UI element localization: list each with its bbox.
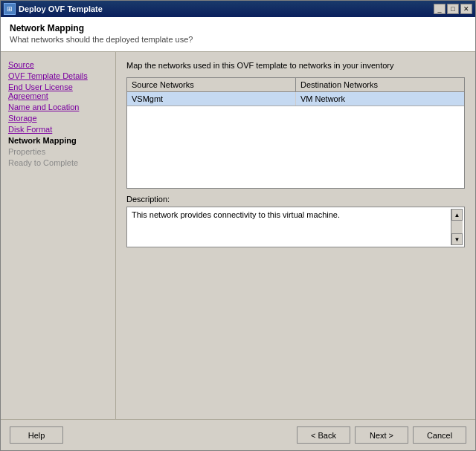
instructions-text: Map the networks used in this OVF templa…: [126, 61, 465, 70]
minimize-button[interactable]: _: [434, 4, 446, 14]
main-window: ⊞ Deploy OVF Template _ □ ✕ Network Mapp…: [0, 0, 476, 451]
sidebar: Source OVF Template Details End User Lic…: [1, 52, 116, 419]
table-header: Source Networks Destination Networks: [127, 78, 464, 92]
scroll-down-button[interactable]: ▼: [451, 233, 463, 245]
col-source-networks: Source Networks: [127, 78, 296, 91]
scroll-up-button[interactable]: ▲: [451, 209, 463, 221]
sidebar-item-source[interactable]: Source: [7, 59, 109, 70]
col-destination-networks: Destination Networks: [296, 78, 464, 91]
footer-left: Help: [10, 426, 63, 444]
sidebar-item-disk-format[interactable]: Disk Format: [7, 124, 109, 134]
footer-right: < Back Next > Cancel: [297, 426, 466, 444]
help-button[interactable]: Help: [10, 426, 63, 444]
source-network-cell: VSMgmt: [127, 92, 296, 106]
sidebar-item-network-mapping: Network Mapping: [7, 135, 109, 146]
table-row[interactable]: VSMgmt VM Network: [127, 92, 464, 106]
network-table: Source Networks Destination Networks VSM…: [126, 77, 465, 189]
sidebar-item-storage[interactable]: Storage: [7, 113, 109, 123]
header-section: Network Mapping What networks should the…: [1, 17, 475, 52]
sidebar-item-ovf-template-details[interactable]: OVF Template Details: [7, 71, 109, 81]
description-box: This network provides connectivity to th…: [126, 207, 465, 247]
back-button[interactable]: < Back: [297, 426, 350, 444]
description-scrollbar[interactable]: ▲ ▼: [451, 209, 463, 245]
window-icon: ⊞: [4, 3, 16, 15]
page-subtitle: What networks should the deployed templa…: [10, 35, 466, 44]
title-bar: ⊞ Deploy OVF Template _ □ ✕: [1, 1, 475, 17]
window-title: Deploy OVF Template: [19, 4, 103, 13]
scroll-track: [451, 221, 463, 233]
title-bar-left: ⊞ Deploy OVF Template: [4, 3, 103, 15]
sidebar-item-ready-to-complete: Ready to Complete: [7, 158, 109, 168]
sidebar-item-name-and-location[interactable]: Name and Location: [7, 102, 109, 112]
maximize-button[interactable]: □: [447, 4, 459, 14]
table-empty-area: [127, 106, 464, 181]
close-button[interactable]: ✕: [460, 4, 472, 14]
main-panel: Map the networks used in this OVF templa…: [116, 52, 475, 419]
footer: Help < Back Next > Cancel: [1, 419, 475, 450]
description-content: This network provides connectivity to th…: [129, 209, 451, 245]
sidebar-item-end-user-license[interactable]: End User License Agreement: [7, 82, 109, 101]
cancel-button[interactable]: Cancel: [413, 426, 466, 444]
description-label: Description:: [126, 195, 465, 204]
next-button[interactable]: Next >: [355, 426, 408, 444]
content-area: Source OVF Template Details End User Lic…: [1, 52, 475, 419]
destination-network-cell: VM Network: [296, 92, 464, 106]
sidebar-item-properties: Properties: [7, 146, 109, 157]
title-controls: _ □ ✕: [434, 4, 472, 14]
page-title: Network Mapping: [10, 23, 466, 33]
